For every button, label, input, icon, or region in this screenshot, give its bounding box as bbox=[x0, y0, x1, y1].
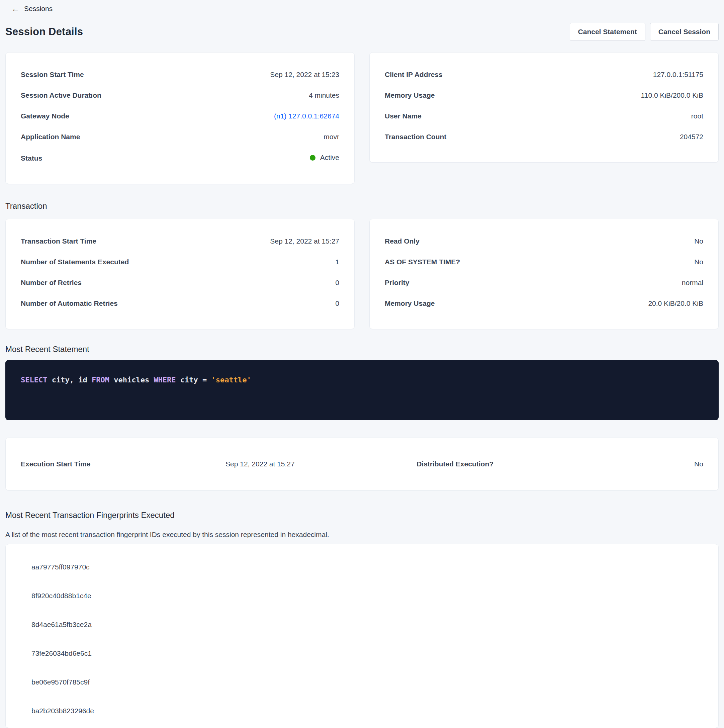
action-buttons: Cancel Statement Cancel Session bbox=[570, 23, 719, 41]
row-label: Number of Retries bbox=[21, 278, 82, 288]
sql-token-keyword: WHERE bbox=[153, 376, 176, 384]
row-value: Sep 12, 2022 at 15:23 bbox=[270, 70, 339, 79]
fingerprints-card: aa79775ff097970c 8f920c40d88b1c4e 8d4ae6… bbox=[5, 544, 719, 728]
fingerprint-list-item: 8f920c40d88b1c4e bbox=[21, 591, 703, 601]
statements-executed-row: Number of Statements Executed 1 bbox=[21, 257, 339, 267]
row-label: Application Name bbox=[21, 132, 80, 142]
row-value: movr bbox=[323, 132, 339, 142]
session-start-time-row: Session Start Time Sep 12, 2022 at 15:23 bbox=[21, 70, 339, 79]
transaction-start-time-row: Transaction Start Time Sep 12, 2022 at 1… bbox=[21, 237, 339, 246]
row-label: Session Start Time bbox=[21, 70, 84, 79]
fingerprints-section-heading: Most Recent Transaction Fingerprints Exe… bbox=[5, 511, 719, 520]
session-active-duration-row: Session Active Duration 4 minutes bbox=[21, 91, 339, 100]
execution-start-time-value: Sep 12, 2022 at 15:27 bbox=[225, 459, 416, 469]
distributed-execution-value: No bbox=[594, 459, 703, 469]
gateway-node-link[interactable]: (n1) 127.0.0.1:62674 bbox=[274, 112, 339, 121]
row-value: 1 bbox=[335, 257, 339, 267]
row-label: AS OF SYSTEM TIME? bbox=[385, 257, 460, 267]
row-label: Read Only bbox=[385, 237, 419, 246]
fingerprint-list-item: be06e9570f785c9f bbox=[21, 678, 703, 687]
distributed-execution-label: Distributed Execution? bbox=[416, 459, 594, 469]
client-ip-row: Client IP Address 127.0.0.1:51175 bbox=[385, 70, 703, 79]
transaction-card-left: Transaction Start Time Sep 12, 2022 at 1… bbox=[5, 219, 355, 329]
back-to-sessions-link[interactable]: ← Sessions bbox=[11, 5, 52, 13]
back-arrow-icon: ← bbox=[11, 5, 19, 13]
retries-row: Number of Retries 0 bbox=[21, 278, 339, 288]
automatic-retries-row: Number of Automatic Retries 0 bbox=[21, 299, 339, 308]
row-value: Sep 12, 2022 at 15:27 bbox=[270, 237, 339, 246]
transaction-section-heading: Transaction bbox=[5, 201, 719, 211]
row-value: 204572 bbox=[680, 132, 703, 142]
statement-section-heading: Most Recent Statement bbox=[5, 345, 719, 354]
page-title: Session Details bbox=[5, 26, 83, 38]
execution-info-card: Execution Start Time Sep 12, 2022 at 15:… bbox=[5, 437, 719, 491]
cancel-session-button[interactable]: Cancel Session bbox=[650, 23, 719, 41]
row-value: 0 bbox=[335, 299, 339, 308]
status-active-dot-icon bbox=[310, 155, 315, 161]
transaction-card-right: Read Only No AS OF SYSTEM TIME? No Prior… bbox=[369, 219, 719, 329]
row-value: No bbox=[694, 257, 703, 267]
session-overview-section: Session Start Time Sep 12, 2022 at 15:23… bbox=[5, 52, 719, 184]
row-label: Number of Automatic Retries bbox=[21, 299, 118, 308]
sql-token-plain: vehicles bbox=[109, 376, 153, 384]
fingerprint-list-item: ba2b203b823296de bbox=[21, 706, 703, 716]
status-label: Active bbox=[320, 153, 339, 162]
row-label: Client IP Address bbox=[385, 70, 442, 79]
fingerprints-subtitle: A list of the most recent transaction fi… bbox=[5, 530, 719, 539]
execution-start-time-label: Execution Start Time bbox=[21, 459, 225, 469]
row-label: Transaction Start Time bbox=[21, 237, 96, 246]
sql-statement-block: SELECT city, id FROM vehicles WHERE city… bbox=[5, 360, 719, 420]
fingerprint-list-item: 73fe26034bd6e6c1 bbox=[21, 649, 703, 658]
row-label: Memory Usage bbox=[385, 299, 435, 308]
sql-token-keyword: SELECT bbox=[21, 376, 47, 384]
sql-token-string: 'seattle' bbox=[211, 376, 251, 384]
fingerprint-list-item: aa79775ff097970c bbox=[21, 563, 703, 572]
sql-token-plain: city, id bbox=[47, 376, 91, 384]
gateway-node-row: Gateway Node (n1) 127.0.0.1:62674 bbox=[21, 112, 339, 121]
row-value: 127.0.0.1:51175 bbox=[653, 70, 703, 79]
status-badge: Active bbox=[310, 153, 339, 162]
transaction-memory-usage-row: Memory Usage 20.0 KiB/20.0 KiB bbox=[385, 299, 703, 308]
row-value: 4 minutes bbox=[309, 91, 339, 100]
cancel-statement-button[interactable]: Cancel Statement bbox=[570, 23, 645, 41]
back-link-label: Sessions bbox=[24, 5, 52, 13]
row-label: Priority bbox=[385, 278, 410, 288]
row-value: 0 bbox=[335, 278, 339, 288]
row-label: Gateway Node bbox=[21, 112, 69, 121]
as-of-system-time-row: AS OF SYSTEM TIME? No bbox=[385, 257, 703, 267]
session-details-card-left: Session Start Time Sep 12, 2022 at 15:23… bbox=[5, 52, 355, 184]
read-only-row: Read Only No bbox=[385, 237, 703, 246]
memory-usage-row: Memory Usage 110.0 KiB/200.0 KiB bbox=[385, 91, 703, 100]
row-label: Status bbox=[21, 154, 42, 163]
transaction-count-row: Transaction Count 204572 bbox=[385, 132, 703, 142]
sql-statement-text: SELECT city, id FROM vehicles WHERE city… bbox=[21, 375, 703, 385]
priority-row: Priority normal bbox=[385, 278, 703, 288]
fingerprint-list-item: 8d4ae61a5fb3ce2a bbox=[21, 620, 703, 629]
sql-token-plain: city = bbox=[176, 376, 211, 384]
execution-info-row: Execution Start Time Sep 12, 2022 at 15:… bbox=[21, 459, 703, 469]
title-row: Session Details Cancel Statement Cancel … bbox=[5, 23, 719, 41]
row-label: Number of Statements Executed bbox=[21, 257, 129, 267]
row-value: No bbox=[694, 237, 703, 246]
row-label: Transaction Count bbox=[385, 132, 446, 142]
row-value: 20.0 KiB/20.0 KiB bbox=[648, 299, 703, 308]
status-row: Status Active bbox=[21, 153, 339, 163]
row-value: normal bbox=[682, 278, 703, 288]
row-value: 110.0 KiB/200.0 KiB bbox=[641, 91, 703, 100]
row-label: Memory Usage bbox=[385, 91, 435, 100]
transaction-section: Transaction Start Time Sep 12, 2022 at 1… bbox=[5, 219, 719, 329]
row-label: Session Active Duration bbox=[21, 91, 101, 100]
user-name-row: User Name root bbox=[385, 112, 703, 121]
application-name-row: Application Name movr bbox=[21, 132, 339, 142]
session-details-card-right: Client IP Address 127.0.0.1:51175 Memory… bbox=[369, 52, 719, 163]
row-value: root bbox=[691, 112, 703, 121]
row-label: User Name bbox=[385, 112, 422, 121]
sql-token-keyword: FROM bbox=[92, 376, 109, 384]
